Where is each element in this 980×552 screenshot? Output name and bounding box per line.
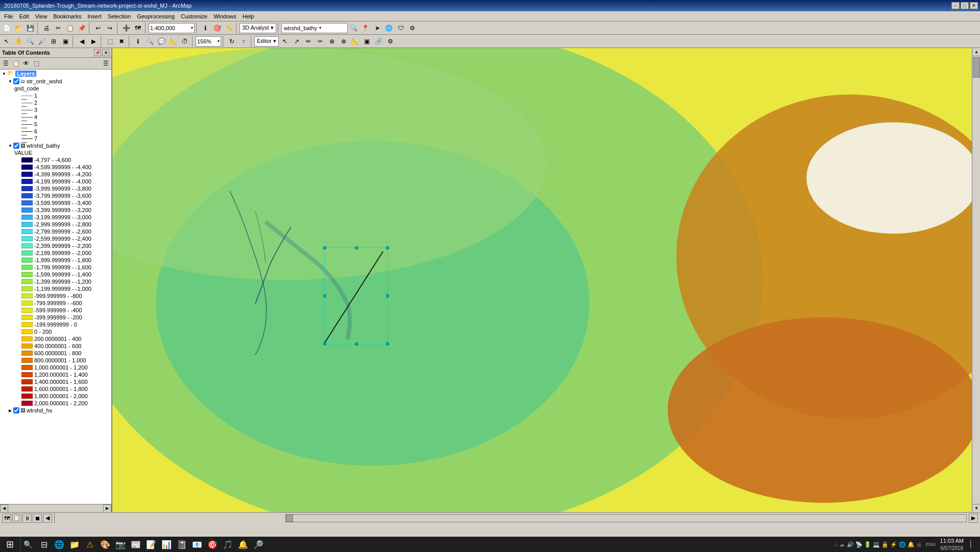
taskbar-app2[interactable]: 🔔 (236, 537, 250, 551)
taskbar-explorer[interactable]: 📁 (67, 537, 82, 551)
paste-button[interactable]: 📌 (76, 22, 87, 34)
toolbar-btn6[interactable]: ⚙ (407, 22, 418, 34)
scale-box[interactable]: 1:400,000 ▾ (149, 23, 195, 33)
wtrshd-hs-checkbox[interactable] (13, 407, 19, 413)
add-data-button[interactable]: ➕ (121, 22, 132, 34)
layers-root[interactable]: ▼ 📁 Layers (0, 70, 111, 78)
toolbar-btn2[interactable]: 📍 (360, 22, 371, 34)
open-button[interactable]: 📂 (13, 22, 24, 34)
menu-insert[interactable]: Insert (84, 13, 105, 20)
edit-tool8[interactable]: ▣ (362, 36, 373, 47)
edit-tool2[interactable]: ↗ (291, 36, 302, 47)
go-to-xy-button[interactable]: 🎯 (211, 22, 223, 34)
taskbar-ie[interactable]: ⚠ (83, 537, 97, 551)
menu-geoprocessing[interactable]: Geoprocessing (134, 13, 178, 20)
scale-input[interactable]: 1:400,000 (150, 25, 191, 31)
status-btn1[interactable]: 🗺 (2, 514, 11, 523)
map-scroll-up[interactable]: ▲ (972, 48, 980, 56)
map-vscroll[interactable]: ▲ ▼ (972, 48, 980, 512)
toc-selection-view[interactable]: ⬚ (32, 59, 41, 68)
taskbar-spotify[interactable]: 🎵 (221, 537, 235, 551)
forward-tool[interactable]: ▶ (88, 36, 99, 47)
taskbar-word[interactable]: 📝 (144, 537, 158, 551)
taskbar-photoshop[interactable]: 📷 (113, 537, 128, 551)
redo-button[interactable]: ↪ (104, 22, 115, 34)
wtrshd-hs-item[interactable]: ▶ 🖼 wtrshd_hs (0, 407, 111, 414)
show-desktop-button[interactable] (966, 537, 976, 551)
close-button[interactable]: ✕ (970, 2, 978, 9)
toc-content[interactable]: ▼ 📁 Layers ▼ 🗂 str_ordr_wshd grid_code —… (0, 70, 111, 504)
status-btn3[interactable]: ⏸ (22, 514, 32, 523)
status-btn2[interactable]: 📋 (12, 514, 21, 523)
identify-button[interactable]: ℹ (200, 22, 211, 34)
new-button[interactable]: 📄 (1, 22, 12, 34)
toc-hscroll[interactable]: ◀ ▶ (0, 504, 111, 512)
cut-button[interactable]: ✂ (53, 22, 64, 34)
menu-customize[interactable]: Customize (178, 13, 210, 20)
menu-file[interactable]: File (1, 13, 16, 20)
back-tool[interactable]: ◀ (76, 36, 87, 47)
time-slider-tool[interactable]: ⏱ (179, 36, 190, 47)
taskbar-outlook[interactable]: 📧 (190, 537, 204, 551)
taskbar-onenote[interactable]: 📓 (175, 537, 189, 551)
str-ordr-wshd-item[interactable]: ▼ 🗂 str_ordr_wshd (0, 78, 111, 85)
wtrshd-bathy-item[interactable]: ▼ 🖼 wtrshd_bathy (0, 142, 111, 149)
taskbar-excel[interactable]: 📊 (159, 537, 174, 551)
toolbar-btn4[interactable]: 🌐 (384, 22, 395, 34)
toc-source-view[interactable]: 📋 (11, 59, 20, 68)
status-btn4[interactable]: ⏹ (33, 514, 42, 523)
map-scroll-down[interactable]: ▼ (972, 504, 980, 512)
map-area[interactable]: ▲ ▼ (112, 48, 980, 512)
status-hscroll[interactable] (285, 514, 967, 522)
taskbar-app1[interactable]: 🎯 (205, 537, 220, 551)
save-button[interactable]: 💾 (25, 22, 36, 34)
maximize-button[interactable]: □ (961, 2, 969, 9)
toolbar-btn3[interactable]: ➤ (372, 22, 383, 34)
zoom-box[interactable]: 156% ▾ (196, 36, 221, 47)
arcmap-button[interactable]: 🗺 (132, 22, 144, 34)
edit-tool5[interactable]: ⊕ (326, 36, 338, 47)
edit-tool1[interactable]: ↖ (279, 36, 291, 47)
menu-edit[interactable]: Edit (16, 13, 32, 20)
edit-tool7[interactable]: 📐 (350, 36, 361, 47)
clear-selection-tool[interactable]: ✖ (116, 36, 127, 47)
minimize-button[interactable]: − (951, 2, 960, 9)
taskbar-task-view[interactable]: ⊟ (37, 537, 51, 551)
taskbar-illustrator[interactable]: 🎨 (98, 537, 112, 551)
3d-analyst-dropdown[interactable]: 3D Analyst ▾ (240, 23, 276, 33)
zoom-full-tool[interactable]: ⊞ (48, 36, 59, 47)
search-taskbar-button[interactable]: 🔍 (20, 537, 35, 551)
zoom-input[interactable]: 156% (197, 38, 218, 44)
taskbar-chrome[interactable]: 🌐 (52, 537, 66, 551)
zoom-in-tool[interactable]: 🔍 (25, 36, 36, 47)
zoom-out-tool[interactable]: 🔎 (36, 36, 47, 47)
html-popup-tool[interactable]: 💬 (156, 36, 167, 47)
toc-options[interactable]: ☰ (101, 59, 110, 68)
toc-visibility-view[interactable]: 👁 (21, 59, 31, 68)
undo-button[interactable]: ↩ (92, 22, 104, 34)
menu-selection[interactable]: Selection (105, 13, 134, 20)
zoom-dropdown-arrow[interactable]: ▾ (218, 39, 220, 43)
pan-tool[interactable]: ✋ (13, 36, 24, 47)
select-tool[interactable]: ↖ (1, 36, 12, 47)
edit-tool9[interactable]: 🔗 (373, 36, 385, 47)
status-hscroll-thumb[interactable] (286, 515, 293, 522)
find-tool[interactable]: 🔍 (144, 36, 155, 47)
map-vscroll-thumb[interactable] (973, 57, 980, 78)
taskbar-indesign[interactable]: 📰 (129, 537, 143, 551)
menu-help[interactable]: Help (240, 13, 257, 20)
editor-dropdown[interactable]: Editor ▾ (254, 36, 279, 47)
toolbar-btn5[interactable]: 🛡 (395, 22, 407, 34)
menu-bookmarks[interactable]: Bookmarks (50, 13, 84, 20)
wtrshd-bathy-checkbox[interactable] (13, 143, 19, 149)
copy-button[interactable]: 📋 (64, 22, 76, 34)
status-btn5[interactable]: ◀ (43, 514, 52, 523)
edit-tool3[interactable]: ✏ (303, 36, 314, 47)
rotate-tool[interactable]: ↻ (226, 36, 237, 47)
taskbar-arcmap[interactable]: 🔎 (251, 537, 266, 551)
layer-dropdown[interactable]: wtrshd_bathy ▾ (281, 23, 348, 33)
measure-button[interactable]: 📏 (223, 22, 234, 34)
str-ordr-checkbox[interactable] (13, 78, 19, 84)
edit-tool4[interactable]: ✂ (315, 36, 326, 47)
measure-tool[interactable]: 📐 (168, 36, 179, 47)
